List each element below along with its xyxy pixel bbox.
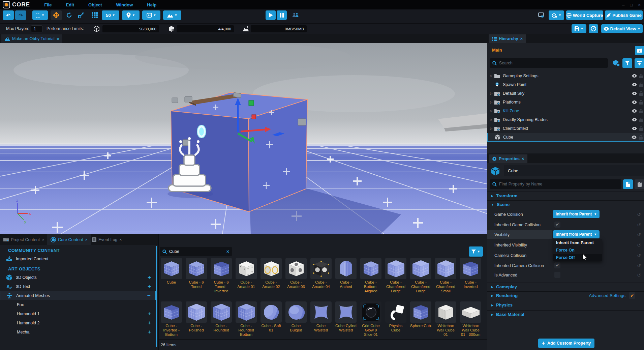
add-icon[interactable]: + xyxy=(148,320,151,326)
asset-filter-button[interactable]: ▼ xyxy=(469,246,483,257)
visibility-eye-icon[interactable] xyxy=(632,127,637,130)
asset-tile-16[interactable]: Cube - Rounded Bottom xyxy=(236,301,257,337)
visibility-eye-icon[interactable] xyxy=(632,118,637,121)
category-imported-content[interactable]: Imported Content xyxy=(0,254,156,263)
collapse-icon[interactable]: − xyxy=(147,292,151,299)
asset-tile-7[interactable]: Cube - Arched xyxy=(335,258,357,294)
window-close-button[interactable]: × xyxy=(638,2,641,7)
copy-properties-button[interactable] xyxy=(623,179,633,189)
asset-tile-10[interactable]: Cube - Chamfered Large xyxy=(410,258,431,294)
hierarchy-item-deadly-spinning-blades[interactable]: ▷Deadly Spinning Blades xyxy=(487,115,644,124)
performance-gauge-button[interactable] xyxy=(589,24,598,33)
expand-arrow-icon[interactable]: ▷ xyxy=(489,127,494,130)
asset-tile-9[interactable]: Cube - Chamfered Large xyxy=(385,258,406,294)
menu-help[interactable]: Help xyxy=(147,2,156,7)
visibility-eye-icon[interactable] xyxy=(632,109,637,113)
reset-icon[interactable]: ↺ xyxy=(637,272,641,278)
category-humanoid-2[interactable]: Humanoid 2+ xyxy=(0,318,156,327)
expand-arrow-icon[interactable]: ▷ xyxy=(489,100,494,104)
visibility-eye-icon[interactable] xyxy=(632,100,637,104)
asset-tile-20[interactable]: Cube:Cylinder Waisted xyxy=(335,301,357,337)
hierarchy-tab[interactable]: Hierarchy× xyxy=(489,34,526,43)
max-players-input[interactable]: 1 xyxy=(31,25,42,32)
collapse-all-button[interactable] xyxy=(635,58,644,68)
asset-tile-14[interactable]: Cube - Polished xyxy=(186,301,207,337)
menu-option-force-off[interactable]: Force Off xyxy=(553,254,602,261)
reset-icon[interactable]: ↺ xyxy=(637,212,641,217)
hierarchy-item-platforms[interactable]: ▷Platforms xyxy=(487,98,644,107)
hierarchy-cube-filter-icon[interactable] xyxy=(613,60,620,67)
category-mecha[interactable]: Mecha+ xyxy=(0,327,156,337)
asset-tile-21[interactable]: Grid Cube Glow 9 Slice 01 xyxy=(360,301,381,337)
asset-tile-22[interactable]: Physics Cube xyxy=(385,301,406,337)
hierarchy-item-clientcontext[interactable]: ▷ClientContext xyxy=(487,124,644,133)
category-animated-meshes[interactable]: Animated Meshes− xyxy=(0,291,156,300)
game-collision-dropdown[interactable]: Inherit from Parent▼ xyxy=(553,210,600,218)
expand-arrow-icon[interactable]: ▷ xyxy=(489,109,494,113)
category-3d-text[interactable]: A3D Text+ xyxy=(0,282,156,291)
transform-gizmo[interactable] xyxy=(216,94,293,148)
lock-icon[interactable] xyxy=(639,126,643,131)
hierarchy-item-gameplay-settings[interactable]: ▷Gameplay Settings xyxy=(487,71,644,80)
asset-tile-13[interactable]: Cube - Inverted - Bottom xyxy=(161,301,182,337)
asset-tile-11[interactable]: Cube - Chamfered Small xyxy=(435,258,456,294)
grid-step-dropdown[interactable]: 50▼ xyxy=(102,10,119,20)
move-tool-button[interactable] xyxy=(51,10,62,20)
inherited-camera-collision-checkbox[interactable]: ✔ xyxy=(554,262,560,268)
add-custom-property-button[interactable]: + Add Custom Property xyxy=(538,339,594,348)
asset-tile-2[interactable]: Cube - 6 Toned - Inverted xyxy=(211,258,232,294)
asset-tile-19[interactable]: Cube Waisted xyxy=(310,301,332,337)
lock-icon[interactable] xyxy=(639,91,643,96)
capture-bot-dropdown[interactable]: ▼ xyxy=(549,10,564,20)
pivot-dropdown[interactable]: ▼ xyxy=(122,10,140,20)
asset-tile-4[interactable]: Cube - Arcade 02 xyxy=(260,258,282,294)
category-humanoid-1[interactable]: Humanoid 1+ xyxy=(0,309,156,318)
lock-icon[interactable] xyxy=(639,83,643,87)
default-view-dropdown[interactable]: Default View▼ xyxy=(601,24,643,33)
screen-share-button[interactable] xyxy=(536,10,547,20)
asset-tile-23[interactable]: Sphere:Cube xyxy=(410,301,431,337)
reset-icon[interactable]: ↺ xyxy=(637,253,641,258)
asset-tile-8[interactable]: Cube - Bottom-Aligned xyxy=(360,258,381,294)
asset-tile-12[interactable]: Cube - Inverted xyxy=(460,258,481,294)
window-maximize-button[interactable]: □ xyxy=(630,2,633,7)
asset-tile-5[interactable]: Cube - Arcade 03 xyxy=(285,258,307,294)
expand-arrow-icon[interactable]: ▷ xyxy=(489,92,494,95)
expand-arrow-icon[interactable]: ▷ xyxy=(489,74,494,78)
add-icon[interactable]: + xyxy=(148,329,151,336)
tab-core-content[interactable]: Core Content× xyxy=(47,234,91,245)
property-search-input[interactable]: Find Property by Name xyxy=(490,179,621,189)
inherited-game-collision-checkbox[interactable]: ✔ xyxy=(554,222,560,228)
asset-tile-24[interactable]: Whitebox Wall Cube 01 xyxy=(435,301,456,337)
scale-tool-button[interactable] xyxy=(76,10,86,20)
scene-tab[interactable]: Make an Obby Tutorial× xyxy=(1,34,62,43)
terrain-dropdown[interactable]: ▼ xyxy=(163,10,181,20)
asset-tile-18[interactable]: Cube Bulged xyxy=(285,301,307,337)
add-icon[interactable]: + xyxy=(148,274,151,281)
asset-tile-3[interactable]: Cube - Arcade 01 xyxy=(236,258,257,294)
object-name-input[interactable]: Cube xyxy=(504,165,644,176)
hierarchy-item-kill-zone[interactable]: ▷Kill Zone xyxy=(487,107,644,115)
expand-arrow-icon[interactable]: ▷ xyxy=(489,118,494,121)
section-scene[interactable]: ▼Scene xyxy=(487,200,644,208)
reset-icon[interactable]: ↺ xyxy=(637,232,641,237)
section-transform[interactable]: ▶Transform xyxy=(487,192,644,200)
advanced-settings-checkbox[interactable]: ✔ xyxy=(629,292,635,299)
lock-icon[interactable] xyxy=(639,100,643,105)
lock-icon[interactable] xyxy=(639,118,643,122)
asset-search-input[interactable]: Cube × xyxy=(160,247,232,256)
save-dropdown-button[interactable]: ▼ xyxy=(572,24,586,33)
category-fox[interactable]: Fox xyxy=(0,300,156,309)
world-capture-button[interactable]: World Capture xyxy=(566,10,603,20)
visibility-eye-icon[interactable] xyxy=(632,136,637,139)
section-rendering[interactable]: ▶Rendering Advanced Settings ✔ xyxy=(487,291,644,299)
hierarchy-item-spawn-point[interactable]: Spawn Point xyxy=(487,80,644,89)
menu-option-inherit-from-parent[interactable]: Inherit from Parent xyxy=(553,239,602,246)
asset-tile-15[interactable]: Cube - Rounded xyxy=(211,301,232,337)
lock-icon[interactable] xyxy=(639,74,643,78)
publish-game-button[interactable]: Publish Game xyxy=(605,10,643,20)
select-tool-button[interactable]: ▼ xyxy=(32,10,48,20)
placement-settings-dropdown[interactable]: ▼ xyxy=(142,10,160,20)
paste-properties-button[interactable] xyxy=(635,179,644,189)
hierarchy-item-default-sky[interactable]: ▷Default Sky xyxy=(487,89,644,98)
